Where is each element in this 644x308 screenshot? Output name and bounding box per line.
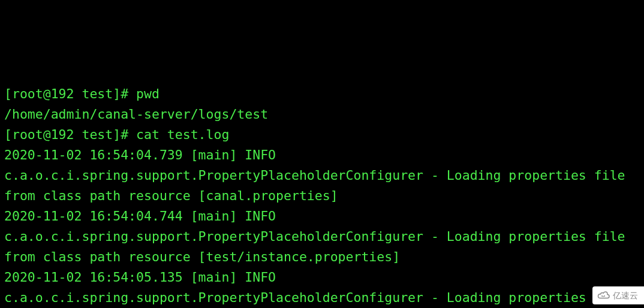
terminal-output: [root@192 test]# pwd/home/admin/canal-se… — [4, 84, 640, 308]
watermark-text: 亿速云 — [613, 289, 638, 302]
cloud-icon — [597, 291, 610, 300]
terminal-line: /home/admin/canal-server/logs/test — [4, 104, 640, 125]
terminal-line: [root@192 test]# pwd — [4, 84, 640, 104]
terminal-line: 2020-11-02 16:54:04.739 [main] INFO c.a.… — [4, 145, 640, 206]
terminal-line: [root@192 test]# cat test.log — [4, 125, 640, 145]
watermark-badge: 亿速云 — [592, 286, 644, 304]
terminal-line: 2020-11-02 16:54:04.744 [main] INFO c.a.… — [4, 206, 640, 267]
terminal-line: 2020-11-02 16:54:05.135 [main] INFO c.a.… — [4, 267, 640, 308]
